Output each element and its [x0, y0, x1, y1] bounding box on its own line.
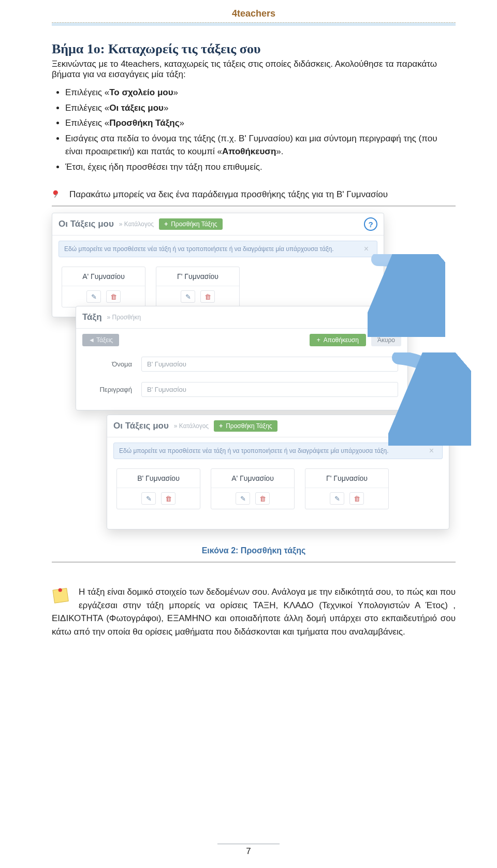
- class-card: Α' Γυμνασίου ✎ 🗑: [211, 468, 295, 509]
- class-card: Γ' Γυμνασίου ✎ 🗑: [156, 267, 240, 307]
- class-card: Β' Γυμνασίου ✎ 🗑: [116, 468, 200, 509]
- class-card: Γ' Γυμνασίου ✎ 🗑: [305, 468, 389, 509]
- add-class-button[interactable]: + Προσθήκη Τάξης: [214, 420, 277, 432]
- description-field-label: Περιγραφή: [85, 386, 132, 393]
- info-text: Εδώ μπορείτε να προσθέσετε νέα τάξη ή να…: [119, 447, 389, 454]
- class-card-title: Α' Γυμνασίου: [211, 474, 294, 488]
- help-icon[interactable]: ?: [364, 217, 377, 231]
- delete-icon[interactable]: 🗑: [161, 492, 176, 505]
- bullet-item: Επιλέγεις «Οι τάξεις μου»: [65, 101, 456, 115]
- edit-icon[interactable]: ✎: [236, 492, 250, 505]
- info-bar: Εδώ μπορείτε να προσθέσετε νέα τάξη ή να…: [113, 443, 443, 459]
- panel-title: Οι Τάξεις μου: [59, 219, 114, 229]
- add-class-label: Προσθήκη Τάξης: [171, 220, 217, 228]
- figure-stage: Οι Τάξεις μου » Κατάλογος + Προσθήκη Τάξ…: [52, 213, 456, 539]
- delete-icon[interactable]: 🗑: [349, 492, 364, 505]
- bullet-item: Έτσι, έχεις ήδη προσθέσει την τάξη που ε…: [65, 160, 456, 174]
- close-icon[interactable]: ×: [426, 446, 437, 455]
- edit-icon[interactable]: ✎: [181, 290, 195, 303]
- save-button[interactable]: +Αποθήκευση: [310, 334, 366, 346]
- edit-icon[interactable]: ✎: [141, 492, 156, 505]
- class-card: Α' Γυμνασίου ✎ 🗑: [62, 267, 145, 307]
- plus-icon: +: [219, 422, 223, 430]
- add-class-button[interactable]: + Προσθήκη Τάξης: [159, 218, 223, 230]
- panel-title: Οι Τάξεις μου: [113, 421, 169, 431]
- class-card-title: Α' Γυμνασίου: [62, 272, 145, 286]
- chevron-left-icon: ◄: [89, 336, 96, 344]
- close-icon[interactable]: ×: [361, 244, 372, 254]
- description-field[interactable]: Β' Γυμνασίου: [141, 382, 398, 397]
- panel-classes-after: Οι Τάξεις μου » Κατάλογος + Προσθήκη Τάξ…: [107, 415, 449, 529]
- sticky-note-text: Η τάξη είναι δομικό στοιχείο των δεδομέν…: [52, 587, 456, 637]
- bullet-item: Εισάγεις στα πεδία το όνομα της τάξης (π…: [65, 132, 456, 158]
- note-row: Παρακάτω μπορείς να δεις ένα παράδειγμα …: [52, 189, 456, 200]
- svg-point-3: [59, 588, 62, 592]
- info-bar: Εδώ μπορείτε να προσθέσετε νέα τάξη ή να…: [59, 241, 377, 257]
- help-icon[interactable]: ?: [388, 311, 401, 324]
- page-number: 7: [0, 844, 497, 857]
- step-intro: Ξεκινώντας με το 4teachers, καταχωρείς τ…: [52, 59, 456, 80]
- edit-icon[interactable]: ✎: [86, 290, 101, 303]
- note-text: Παρακάτω μπορείς να δεις ένα παράδειγμα …: [69, 189, 388, 200]
- delete-icon[interactable]: 🗑: [200, 290, 215, 303]
- step-heading: Βήμα 1ο: Καταχωρείς τις τάξεις σου: [52, 41, 456, 57]
- delete-icon[interactable]: 🗑: [255, 492, 270, 505]
- cancel-button[interactable]: Άκυρο: [371, 334, 401, 346]
- breadcrumb: » Προσθήκη: [107, 314, 141, 321]
- name-field[interactable]: Β' Γυμνασίου: [141, 357, 398, 372]
- doc-running-header: 4teachers: [52, 8, 456, 19]
- bullet-item: Επιλέγεις «Προσθήκη Τάξης»: [65, 116, 456, 130]
- breadcrumb: » Κατάλογος: [119, 220, 154, 228]
- back-button[interactable]: ◄ Τάξεις: [82, 334, 119, 346]
- class-card-title: Γ' Γυμνασίου: [156, 272, 239, 286]
- add-class-label: Προσθήκη Τάξης: [226, 422, 272, 430]
- bullet-item: Επιλέγεις «Το σχολείο μου»: [65, 86, 456, 99]
- breadcrumb: » Κατάλογος: [174, 422, 209, 430]
- panel-classes-before: Οι Τάξεις μου » Κατάλογος + Προσθήκη Τάξ…: [52, 213, 384, 317]
- step-bullet-list: Επιλέγεις «Το σχολείο μου» Επιλέγεις «Οι…: [65, 86, 456, 173]
- help-icon[interactable]: ?: [429, 419, 443, 433]
- class-card-title: Β' Γυμνασίου: [117, 474, 200, 488]
- panel-add-class-form: Τάξη » Προσθήκη ? ◄ Τάξεις +Αποθήκευση Ά…: [76, 306, 408, 410]
- sticky-note-paragraph: Η τάξη είναι δομικό στοιχείο των δεδομέν…: [52, 585, 456, 638]
- delete-icon[interactable]: 🗑: [106, 290, 121, 303]
- name-field-label: Όνομα: [85, 360, 132, 368]
- info-text: Εδώ μπορείτε να προσθέσετε νέα τάξη ή να…: [64, 245, 334, 253]
- sticky-note-icon: [52, 585, 70, 604]
- edit-icon[interactable]: ✎: [330, 492, 344, 505]
- header-divider: [52, 22, 456, 26]
- figure-caption: Εικόνα 2: Προσθήκη τάξης: [52, 546, 456, 555]
- panel-title: Τάξη: [82, 312, 102, 322]
- figure-frame: Οι Τάξεις μου » Κατάλογος + Προσθήκη Τάξ…: [52, 205, 456, 563]
- plus-icon: +: [317, 336, 320, 344]
- plus-icon: +: [164, 220, 168, 228]
- class-card-title: Γ' Γυμνασίου: [305, 474, 388, 488]
- pushpin-icon: [52, 189, 63, 200]
